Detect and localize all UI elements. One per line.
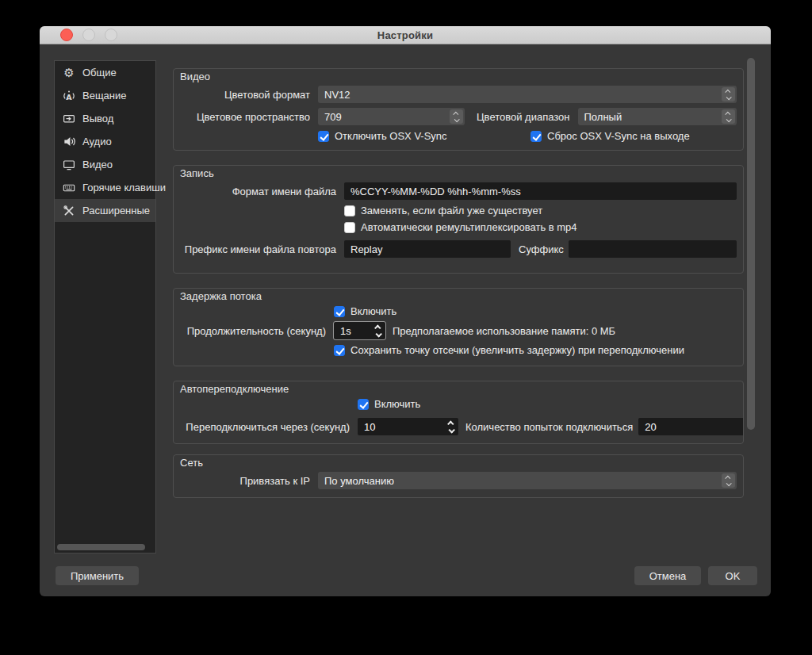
max-retries-spinner[interactable] (638, 418, 744, 435)
checkbox-label: Сохранить точку отсечки (увеличить задер… (350, 344, 684, 356)
checkbox-box[interactable] (530, 131, 542, 142)
group-video: Видео Цветовой формат NV12 Цветовое прос… (173, 68, 744, 151)
minimize-button[interactable] (82, 29, 95, 41)
color-space-label: Цветовое пространство (180, 111, 310, 123)
reset-vsync-checkbox[interactable]: Сброс OSX V-Sync на выходе (530, 130, 690, 142)
output-icon (62, 113, 76, 125)
color-format-dropdown[interactable]: NV12 (318, 86, 737, 103)
checkbox-box[interactable] (358, 399, 369, 410)
spinner-arrows-icon[interactable] (446, 418, 457, 435)
sidebar-item-audio[interactable]: Аудио (55, 130, 155, 153)
dropdown-stepper-icon[interactable] (722, 109, 735, 124)
dropdown-value: Полный (584, 111, 622, 123)
max-retries-label: Количество попыток подключиться (465, 421, 633, 433)
suffix-input[interactable] (569, 240, 737, 258)
dropdown-stepper-icon[interactable] (722, 87, 735, 102)
spinner-arrows-icon[interactable] (373, 322, 384, 339)
replay-prefix-input[interactable] (344, 240, 511, 258)
checkbox-box[interactable] (344, 222, 355, 233)
reconnect-enable-checkbox[interactable]: Включить (358, 398, 420, 410)
dropdown-stepper-icon[interactable] (450, 109, 463, 124)
stream-delay-enable-checkbox[interactable]: Включить (334, 305, 396, 317)
display-icon (62, 159, 76, 171)
sidebar-item-stream[interactable]: A Вещание (55, 84, 155, 107)
preserve-cutoff-checkbox[interactable]: Сохранить точку отсечки (увеличить задер… (334, 344, 684, 356)
auto-remux-checkbox[interactable]: Автоматически ремультиплексировать в mp4 (344, 221, 577, 233)
color-format-label: Цветовой формат (180, 89, 310, 101)
retry-delay-spinner[interactable] (358, 418, 458, 435)
checkbox-box[interactable] (334, 345, 345, 356)
group-recording: Запись Формат имени файла Заменять, если… (173, 165, 744, 274)
group-stream-delay: Задержка потока Включить Продолжительнос… (173, 288, 744, 366)
checkbox-label: Включить (374, 398, 420, 410)
settings-sidebar: ⚙ Общие A Вещание (54, 60, 156, 553)
scrollbar-thumb[interactable] (57, 544, 145, 550)
ok-button[interactable]: OK (708, 566, 757, 585)
settings-window: Настройки ⚙ Общие A Вещание (40, 26, 771, 596)
sidebar-item-output[interactable]: Вывод (55, 107, 155, 130)
gear-icon: ⚙ (62, 66, 76, 80)
apply-button[interactable]: Применить (56, 566, 139, 585)
title-bar[interactable]: Настройки (40, 26, 771, 44)
color-range-label: Цветовой диапазон (477, 111, 570, 123)
group-title: Запись (180, 168, 737, 179)
checkbox-box[interactable] (334, 306, 345, 317)
sidebar-item-advanced[interactable]: Расширенные (55, 199, 155, 222)
sidebar-item-label: Вещание (82, 90, 127, 102)
keyboard-icon (62, 182, 76, 194)
checkbox-label: Заменять, если файл уже существует (361, 205, 542, 216)
sidebar-item-hotkeys[interactable]: Горячие клавиши (55, 176, 155, 199)
close-button[interactable] (60, 29, 73, 41)
svg-text:A: A (66, 92, 72, 101)
checkbox-box[interactable] (318, 131, 329, 142)
bind-ip-dropdown[interactable]: По умолчанию (318, 472, 737, 489)
dropdown-stepper-icon[interactable] (722, 473, 735, 488)
group-title: Задержка потока (180, 291, 737, 302)
spinner-input[interactable] (638, 418, 744, 435)
bind-ip-label: Привязать к IP (180, 475, 310, 487)
window-body: ⚙ Общие A Вещание (40, 44, 771, 596)
zoom-button[interactable] (105, 29, 117, 41)
sidebar-item-label: Видео (82, 159, 113, 170)
delay-duration-spinner[interactable] (334, 322, 385, 339)
tools-icon (62, 205, 76, 217)
sidebar-item-label: Расширенные (82, 205, 150, 216)
sidebar-item-label: Горячие клавиши (82, 182, 166, 193)
color-space-dropdown[interactable]: 709 (318, 108, 465, 125)
sidebar-item-label: Аудио (82, 136, 112, 147)
settings-content: Видео Цветовой формат NV12 Цветовое прос… (173, 68, 744, 498)
cancel-button[interactable]: Отмена (634, 566, 701, 585)
checkbox-label: Отключить OSX V-Sync (335, 130, 447, 142)
color-range-dropdown[interactable]: Полный (578, 108, 737, 125)
filename-format-label: Формат имени файла (180, 186, 336, 197)
group-reconnect: Автопереподключение Включить Переподключ… (173, 381, 744, 444)
replay-prefix-label: Префикс имени файла повтора (180, 243, 336, 255)
content-vertical-scrollbar[interactable] (747, 58, 755, 430)
dropdown-value: По умолчанию (324, 475, 394, 487)
broadcast-icon: A (62, 90, 76, 102)
checkbox-label: Сброс OSX V-Sync на выходе (547, 130, 690, 142)
traffic-lights (60, 29, 117, 41)
checkbox-label: Автоматически ремультиплексировать в mp4 (361, 221, 577, 233)
filename-format-input[interactable] (344, 182, 737, 200)
sidebar-horizontal-scrollbar[interactable] (57, 544, 153, 551)
sidebar-item-label: Вывод (82, 113, 113, 124)
dropdown-value: 709 (324, 111, 342, 123)
delay-duration-label: Продолжительность (секунд) (180, 325, 326, 337)
checkbox-box[interactable] (344, 205, 355, 216)
window-title: Настройки (377, 29, 433, 41)
audio-icon (62, 135, 76, 148)
retry-delay-label: Переподключиться через (секунд) (180, 421, 350, 433)
suffix-label: Суффикс (519, 243, 564, 255)
sidebar-item-video[interactable]: Видео (55, 153, 155, 176)
checkbox-label: Включить (350, 305, 396, 317)
overwrite-checkbox[interactable]: Заменять, если файл уже существует (344, 205, 542, 216)
spinner-input[interactable] (358, 418, 458, 435)
dropdown-value: NV12 (324, 89, 350, 101)
memory-usage-note: Предполагаемое использование памяти: 0 М… (393, 325, 615, 337)
group-title: Сеть (180, 458, 737, 469)
sidebar-item-label: Общие (82, 67, 117, 79)
group-title: Видео (180, 71, 737, 82)
disable-vsync-checkbox[interactable]: Отключить OSX V-Sync (318, 130, 530, 142)
sidebar-item-general[interactable]: ⚙ Общие (55, 61, 155, 84)
